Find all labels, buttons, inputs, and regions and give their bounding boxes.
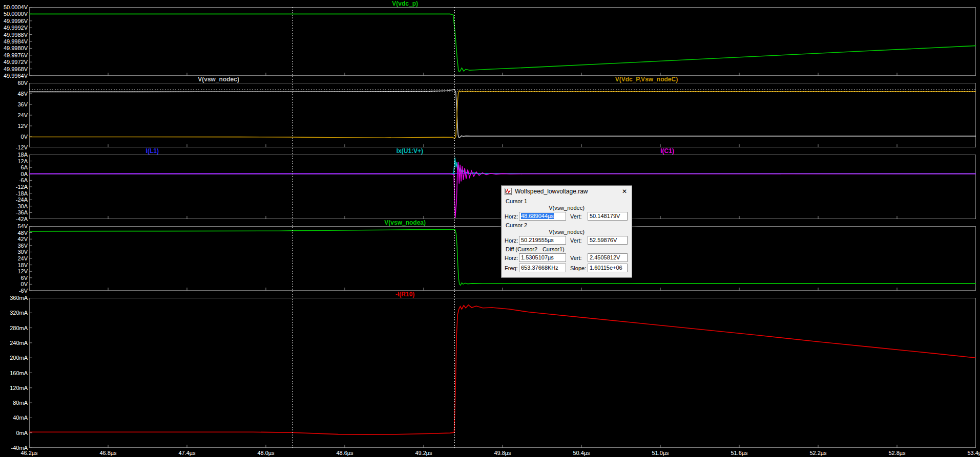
waveform-canvas-vsw_nodec bbox=[29, 83, 976, 147]
freq-label: Freq: bbox=[505, 265, 519, 271]
waveform-cursor-icon bbox=[505, 188, 512, 195]
cursor1-vert-label: Vert: bbox=[570, 213, 588, 220]
y-tick-label: 80mA bbox=[0, 400, 28, 406]
cursor2-horz-field[interactable]: 50.219555µs bbox=[519, 236, 566, 245]
y-tick-label: 360mA bbox=[0, 295, 28, 301]
y-tick-label: 36V bbox=[0, 243, 28, 248]
dialog-body: Cursor 1 V(vsw_nodec) Horz: 48.689044µs … bbox=[502, 197, 632, 277]
y-tick-label: -36A bbox=[0, 210, 28, 215]
trace-label-V(vsw_nodec)[interactable]: V(vsw_nodec) bbox=[198, 76, 239, 83]
freq-field[interactable]: 653.37668KHz bbox=[519, 264, 566, 272]
trace-label-I(L1)[interactable]: I(L1) bbox=[146, 147, 159, 155]
cursor-2-vertical-line[interactable] bbox=[454, 7, 455, 448]
y-tick-label: 12V bbox=[0, 269, 28, 274]
cursor2-vert-field[interactable]: 52.59876V bbox=[588, 236, 628, 245]
tick-marks bbox=[29, 7, 976, 76]
y-tick-label: 0mA bbox=[0, 430, 28, 436]
y-tick-label: 24V bbox=[0, 256, 28, 262]
x-tick-label: 51.0µs bbox=[652, 450, 669, 456]
y-tick-label: 6V bbox=[0, 275, 28, 280]
cursor2-values-row: Horz: 50.219555µs Vert: 52.59876V bbox=[505, 236, 629, 245]
y-tick-label: 30V bbox=[0, 249, 28, 255]
freq-slope-row: Freq: 653.37668KHz Slope: 1.60115e+06 bbox=[505, 264, 629, 272]
close-icon[interactable]: ✕ bbox=[620, 188, 629, 195]
y-tick-label: -18A bbox=[0, 190, 28, 196]
slope-label: Slope: bbox=[570, 265, 588, 271]
diff-vert-field[interactable]: 2.4505812V bbox=[588, 253, 628, 262]
y-tick-label: 240mA bbox=[0, 340, 28, 345]
y-tick-label: 12A bbox=[0, 158, 28, 164]
trace-Ix(U1:V+) bbox=[29, 158, 976, 174]
y-tick-label: 40mA bbox=[0, 415, 28, 421]
y-tick-label: 6A bbox=[0, 165, 28, 170]
cursor2-vert-label: Vert: bbox=[570, 237, 588, 244]
diff-horz-label: Horz: bbox=[505, 255, 519, 261]
y-tick-label: 49.9976V bbox=[0, 52, 28, 58]
y-tick-label: 0A bbox=[0, 171, 28, 177]
trace-label-V(vdc_p)[interactable]: V(vdc_p) bbox=[392, 0, 418, 7]
trace-V(vsw_nodec) bbox=[29, 90, 976, 138]
trace-label-V(vsw_nodea)[interactable]: V(vsw_nodea) bbox=[384, 219, 426, 226]
y-tick-label: 18V bbox=[0, 262, 28, 268]
y-tick-label: 18A bbox=[0, 152, 28, 158]
cursor-dialog[interactable]: Wolfspeed_lowvoltage.raw ✕ Cursor 1 V(vs… bbox=[501, 185, 632, 278]
cursor-1-vertical-line[interactable] bbox=[292, 7, 293, 448]
waveform-canvas-vdc_p bbox=[29, 7, 976, 76]
x-tick-label: 51.6µs bbox=[731, 450, 747, 456]
y-tick-label: 320mA bbox=[0, 310, 28, 316]
diff-vert-label: Vert: bbox=[570, 255, 588, 261]
x-tick-label: 46.2µs bbox=[20, 450, 37, 456]
x-tick-label: 49.2µs bbox=[415, 450, 432, 456]
y-tick-label: 12V bbox=[0, 123, 28, 129]
y-tick-label: 0V bbox=[0, 281, 28, 287]
diff-section-label: Diff (Cursor2 - Cursor1) bbox=[506, 246, 629, 252]
y-tick-label: 49.9964V bbox=[0, 73, 28, 79]
y-tick-label: -6V bbox=[0, 288, 28, 294]
y-tick-label: 49.9988V bbox=[0, 32, 28, 37]
tick-marks bbox=[29, 83, 976, 147]
y-tick-label: 280mA bbox=[0, 325, 28, 331]
pane-title-row: V(vdc_p) bbox=[0, 0, 980, 7]
cursor1-horz-field[interactable]: 48.689044µs bbox=[519, 212, 566, 221]
trace-label-I(C1)[interactable]: I(C1) bbox=[660, 147, 674, 155]
x-tick-label: 49.8µs bbox=[494, 450, 511, 456]
x-tick-label: 52.2µs bbox=[809, 450, 826, 456]
dialog-titlebar[interactable]: Wolfspeed_lowvoltage.raw ✕ bbox=[502, 186, 632, 197]
y-tick-label: 200mA bbox=[0, 355, 28, 361]
trace-label-V(Vdc_P,Vsw_nodeC)[interactable]: V(Vdc_P,Vsw_nodeC) bbox=[615, 76, 678, 83]
y-tick-label: -30A bbox=[0, 203, 28, 209]
y-tick-label: 49.9968V bbox=[0, 66, 28, 72]
trace-label--I(R10)[interactable]: -I(R10) bbox=[395, 291, 414, 298]
y-tick-label: 49.9996V bbox=[0, 18, 28, 24]
slope-field[interactable]: 1.60115e+06 bbox=[588, 264, 628, 272]
y-tick-label: 42V bbox=[0, 236, 28, 242]
diff-horz-field[interactable]: 1.5305107µs bbox=[519, 253, 566, 262]
x-tick-label: 47.4µs bbox=[178, 450, 195, 456]
trace-V(Vdc_P,Vsw_nodeC) bbox=[29, 91, 976, 139]
diff-values-row: Horz: 1.5305107µs Vert: 2.4505812V bbox=[505, 253, 629, 262]
trace-label-Ix(U1:V+)[interactable]: Ix(U1:V+) bbox=[397, 147, 423, 155]
y-tick-label: 60V bbox=[0, 80, 28, 86]
y-tick-label: 120mA bbox=[0, 385, 28, 390]
y-tick-label: 49.9972V bbox=[0, 59, 28, 65]
pane-title-row: V(vsw_nodea) bbox=[0, 219, 980, 226]
y-tick-label: 0V bbox=[0, 134, 28, 140]
trace-V(vdc_p) bbox=[29, 14, 976, 71]
y-tick-label: -42A bbox=[0, 216, 28, 222]
waveform-canvas-ir10 bbox=[29, 298, 976, 448]
cursor2-horz-label: Horz: bbox=[505, 237, 519, 244]
y-tick-label: -6A bbox=[0, 178, 28, 183]
cursor-1-horizontal-line[interactable] bbox=[29, 90, 976, 90]
x-tick-label: 48.0µs bbox=[257, 450, 274, 456]
cursor-2-horizontal-line[interactable] bbox=[29, 92, 976, 92]
cursor1-vert-field[interactable]: 50.148179V bbox=[588, 212, 628, 221]
tick-marks bbox=[29, 298, 976, 448]
y-tick-label: 54V bbox=[0, 224, 28, 229]
x-tick-label: 46.8µs bbox=[99, 450, 116, 456]
waveform-viewer: Wolfspeed_lowvoltage.raw ✕ Cursor 1 V(vs… bbox=[0, 0, 980, 457]
cursor2-section-label: Cursor 2 bbox=[506, 222, 629, 228]
pane-title-row: V(vsw_nodec)V(Vdc_P,Vsw_nodeC) bbox=[0, 76, 980, 83]
cursor1-section-label: Cursor 1 bbox=[506, 198, 629, 204]
cursor1-values-row: Horz: 48.689044µs Vert: 50.148179V bbox=[505, 212, 629, 221]
pane-title-row: I(L1)Ix(U1:V+)I(C1) bbox=[0, 147, 980, 155]
